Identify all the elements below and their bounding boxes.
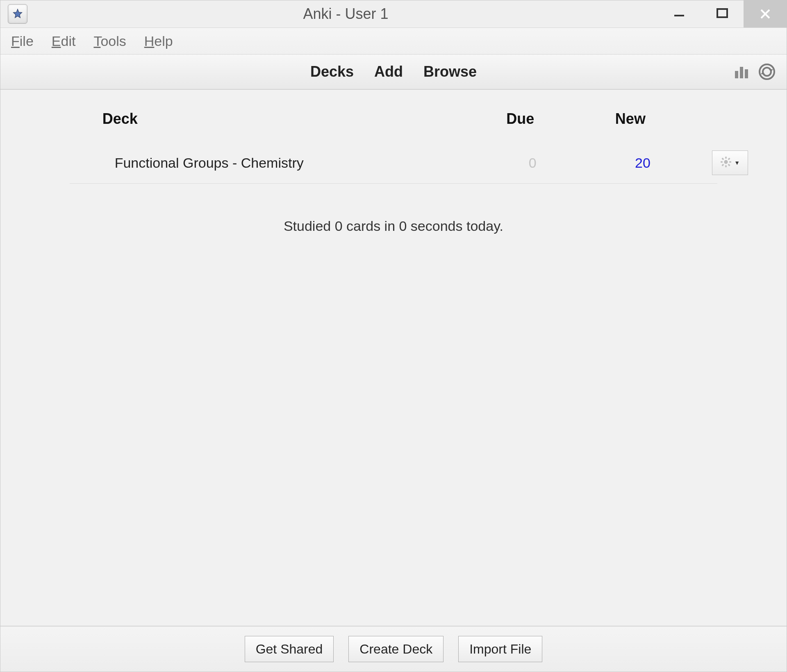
deck-due-count: 0 bbox=[478, 155, 588, 171]
study-status-text: Studied 0 cards in 0 seconds today. bbox=[70, 218, 718, 234]
create-deck-button[interactable]: Create Deck bbox=[348, 636, 444, 662]
deck-name[interactable]: Functional Groups - Chemistry bbox=[70, 155, 478, 171]
bottom-bar: Get Shared Create Deck Import File bbox=[0, 626, 787, 672]
svg-rect-5 bbox=[735, 71, 738, 78]
header-new: New bbox=[575, 110, 686, 128]
deck-area: Deck Due New Functional Groups - Chemist… bbox=[70, 102, 718, 234]
menu-help[interactable]: Help bbox=[144, 33, 173, 49]
svg-line-19 bbox=[728, 158, 730, 159]
menubar: File Edit Tools Help bbox=[0, 27, 787, 55]
nav-decks[interactable]: Decks bbox=[310, 63, 354, 80]
deck-new-count: 20 bbox=[588, 155, 698, 171]
svg-marker-0 bbox=[14, 9, 22, 18]
titlebar: Anki - User 1 bbox=[0, 0, 787, 27]
svg-rect-7 bbox=[745, 69, 748, 78]
app-window: Anki - User 1 File Edit Tools Help Dec bbox=[0, 0, 787, 672]
menu-file[interactable]: File bbox=[11, 33, 34, 49]
main-content: Deck Due New Functional Groups - Chemist… bbox=[0, 89, 787, 626]
header-deck: Deck bbox=[70, 110, 465, 128]
deck-options-button[interactable]: ▼ bbox=[712, 150, 748, 175]
svg-marker-9 bbox=[769, 69, 773, 72]
deck-list-headers: Deck Due New bbox=[70, 102, 718, 142]
stats-icon[interactable] bbox=[732, 62, 751, 82]
nav-add[interactable]: Add bbox=[374, 63, 403, 80]
main-toolbar: Decks Add Browse bbox=[0, 55, 787, 89]
header-due: Due bbox=[465, 110, 575, 128]
svg-line-16 bbox=[722, 158, 724, 159]
svg-marker-10 bbox=[761, 72, 765, 74]
minimize-button[interactable] bbox=[657, 0, 701, 27]
deck-row[interactable]: Functional Groups - Chemistry 0 20 bbox=[70, 142, 718, 184]
nav-browse[interactable]: Browse bbox=[423, 63, 477, 80]
gear-icon bbox=[720, 155, 732, 171]
svg-line-18 bbox=[722, 164, 724, 166]
window-controls bbox=[657, 0, 787, 27]
chevron-down-icon: ▼ bbox=[734, 159, 740, 166]
svg-line-17 bbox=[728, 164, 730, 166]
app-icon bbox=[8, 4, 27, 24]
get-shared-button[interactable]: Get Shared bbox=[245, 636, 334, 662]
close-button[interactable] bbox=[744, 0, 787, 27]
svg-rect-6 bbox=[740, 67, 743, 78]
menu-edit[interactable]: Edit bbox=[52, 33, 76, 49]
maximize-button[interactable] bbox=[701, 0, 744, 27]
sync-icon[interactable] bbox=[757, 62, 777, 82]
import-file-button[interactable]: Import File bbox=[458, 636, 542, 662]
svg-point-8 bbox=[760, 64, 774, 79]
window-title: Anki - User 1 bbox=[303, 5, 388, 22]
svg-point-11 bbox=[724, 160, 728, 164]
svg-rect-2 bbox=[717, 9, 727, 17]
menu-tools[interactable]: Tools bbox=[93, 33, 126, 49]
